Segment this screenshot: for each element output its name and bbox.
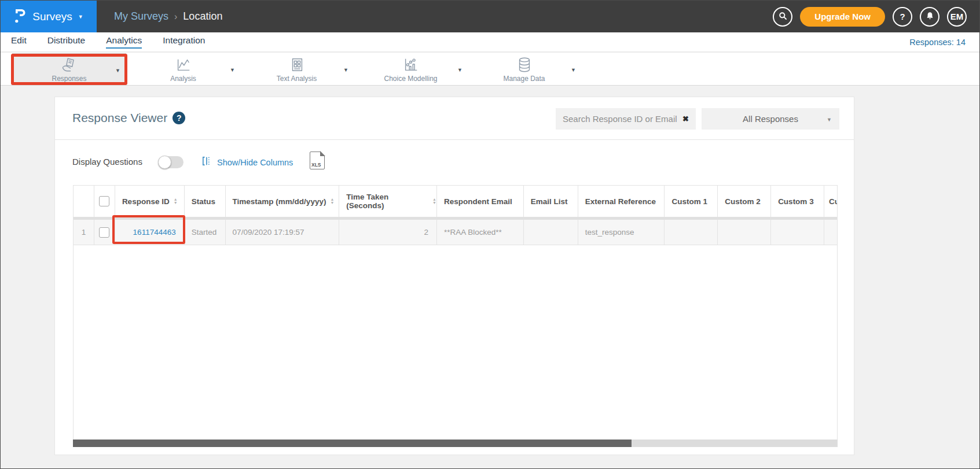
row-checkbox[interactable] <box>99 227 109 238</box>
row-checkbox-cell <box>94 220 115 245</box>
tab-integration[interactable]: Integration <box>163 35 205 49</box>
bell-icon <box>925 11 935 23</box>
surveys-menu[interactable]: Surveys ▼ <box>1 1 97 32</box>
col-timestamp-label: Timestamp (mm/dd/yyyy) <box>233 197 326 206</box>
toolbar-responses-label: Responses <box>52 75 86 83</box>
notifications-button[interactable] <box>920 7 939 27</box>
response-viewer-panel: Response Viewer ? ✖ All Responses ▼ Disp… <box>54 97 854 455</box>
toolbar-text-analysis[interactable]: Text Analysis ▼ <box>240 53 354 85</box>
toolbar-choice-modelling-label: Choice Modelling <box>384 75 437 83</box>
export-xls-button[interactable]: XLS <box>310 152 325 169</box>
show-hide-columns-button[interactable]: Show/Hide Columns <box>201 156 293 169</box>
breadcrumb-my-surveys[interactable]: My Surveys <box>114 10 168 23</box>
tab-distribute[interactable]: Distribute <box>47 35 85 49</box>
col-respondent-email: Respondent Email <box>437 186 524 217</box>
app-window: Surveys ▼ My Surveys › Location Upgrade … <box>0 0 980 469</box>
search-button[interactable] <box>773 7 792 27</box>
toolbar-choice-modelling[interactable]: Choice Modelling ▼ <box>354 53 468 85</box>
row-number: 1 <box>74 220 94 245</box>
survey-nav: Edit Distribute Analytics Integration Re… <box>1 32 979 52</box>
breadcrumb-separator-icon: › <box>174 12 177 22</box>
tab-edit[interactable]: Edit <box>11 35 27 49</box>
topbar-actions: Upgrade Now ? EM <box>773 7 967 27</box>
nav-tabs: Edit Distribute Analytics Integration <box>11 35 205 49</box>
folded-corner-icon <box>320 151 325 156</box>
toolbar-manage-data-label: Manage Data <box>503 75 545 83</box>
choice-modelling-icon <box>402 56 420 73</box>
respondent-email-cell: **RAA Blocked** <box>437 220 524 245</box>
analytics-toolbar: Responses ▼ Analysis ▼ T <box>1 52 979 86</box>
horizontal-scrollbar[interactable] <box>73 440 838 447</box>
avatar-initials: EM <box>950 12 964 21</box>
brand-label: Surveys <box>32 10 72 23</box>
col-custom-3-label: Custom 3 <box>778 197 814 206</box>
time-taken-cell: 2 <box>339 220 437 245</box>
select-all-checkbox[interactable] <box>99 196 109 206</box>
breadcrumb: My Surveys › Location <box>114 10 222 23</box>
col-custom-3: Custom 3 <box>771 186 824 217</box>
search-icon <box>777 10 788 23</box>
display-questions-toggle[interactable] <box>158 156 183 168</box>
sort-icon[interactable]: ▲▼ <box>432 198 436 205</box>
chevron-down-icon[interactable]: ▼ <box>457 67 463 73</box>
page-title: Response Viewer ? <box>72 111 185 125</box>
custom-3-cell <box>771 220 824 245</box>
manage-data-icon <box>516 56 533 73</box>
timestamp-cell: 07/09/2020 17:19:57 <box>226 220 340 245</box>
clear-search-icon[interactable]: ✖ <box>682 115 689 123</box>
email-list-cell <box>524 220 578 245</box>
chevron-down-icon: ▼ <box>78 14 83 20</box>
display-questions-label: Display Questions <box>72 157 142 167</box>
columns-icon <box>201 156 212 169</box>
toggle-knob <box>158 156 171 169</box>
responses-icon <box>61 56 78 73</box>
upgrade-now-button[interactable]: Upgrade Now <box>800 7 885 27</box>
toolbar-text-analysis-label: Text Analysis <box>277 75 317 83</box>
response-id-link[interactable]: 1611744463 <box>133 228 176 237</box>
questionpro-logo-icon <box>14 8 27 26</box>
panel-header: Response Viewer ? ✖ All Responses ▼ <box>55 97 854 140</box>
col-custom-2: Custom 2 <box>718 186 771 217</box>
col-status: Status <box>185 186 226 217</box>
avatar[interactable]: EM <box>947 7 967 27</box>
col-custom-2-label: Custom 2 <box>725 197 761 206</box>
search-input[interactable] <box>563 114 679 124</box>
col-time-taken-label: Time Taken (Seconds) <box>346 193 428 210</box>
horizontal-scrollbar-thumb[interactable] <box>73 440 632 447</box>
col-timestamp[interactable]: Timestamp (mm/dd/yyyy) ▲▼ <box>226 186 340 217</box>
sort-icon[interactable]: ▲▼ <box>174 198 178 205</box>
toolbar-manage-data[interactable]: Manage Data ▼ <box>467 53 581 85</box>
sort-icon[interactable]: ▲▼ <box>330 198 334 205</box>
chevron-down-icon[interactable]: ▼ <box>115 68 120 73</box>
col-email-list-label: Email List <box>531 197 568 206</box>
col-checkbox <box>94 186 115 217</box>
analysis-icon <box>175 56 192 73</box>
table-header-row: Response ID ▲▼ Status Timestamp (mm/dd/y… <box>74 186 837 217</box>
response-filter-value: All Responses <box>743 114 798 124</box>
col-custom-1-label: Custom 1 <box>671 197 707 206</box>
toolbar-analysis[interactable]: Analysis ▼ <box>126 53 240 85</box>
chevron-down-icon[interactable]: ▼ <box>343 67 348 73</box>
chevron-down-icon[interactable]: ▼ <box>571 67 576 73</box>
toolbar-responses[interactable]: Responses ▼ <box>12 53 126 85</box>
page-title-text: Response Viewer <box>72 111 167 125</box>
col-email-list: Email List <box>524 186 578 217</box>
col-response-id[interactable]: Response ID ▲▼ <box>115 186 185 217</box>
question-mark-icon: ? <box>900 12 905 21</box>
col-time-taken[interactable]: Time Taken (Seconds) ▲▼ <box>339 186 437 217</box>
tab-analytics[interactable]: Analytics <box>106 35 142 49</box>
custom-4-cell <box>824 220 837 245</box>
custom-2-cell <box>718 220 771 245</box>
top-header-bar: Surveys ▼ My Surveys › Location Upgrade … <box>1 1 979 32</box>
show-hide-columns-label: Show/Hide Columns <box>217 158 293 167</box>
responses-count: Responses: 14 <box>909 38 966 47</box>
response-id-cell: 1611744463 <box>115 220 185 245</box>
responses-table: Response ID ▲▼ Status Timestamp (mm/dd/y… <box>73 185 838 440</box>
col-rownum <box>74 186 94 217</box>
col-external-reference: External Reference <box>578 186 665 217</box>
help-badge-icon[interactable]: ? <box>172 112 185 124</box>
chevron-down-icon[interactable]: ▼ <box>230 67 235 73</box>
help-button[interactable]: ? <box>893 7 912 27</box>
response-filter-dropdown[interactable]: All Responses ▼ <box>702 108 839 130</box>
xls-icon-label: XLS <box>311 162 321 168</box>
